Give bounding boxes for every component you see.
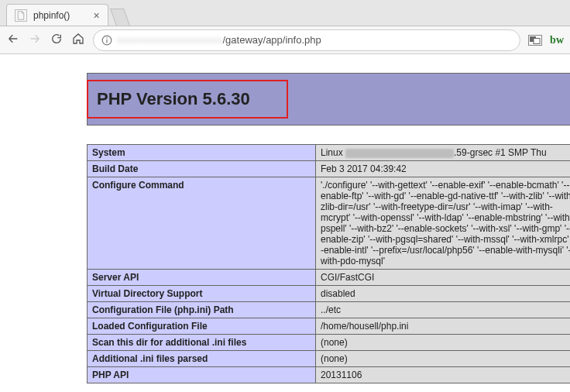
extension-icon[interactable]: bw — [550, 34, 564, 46]
table-row: Loaded Configuration File/home/housell/p… — [88, 318, 571, 335]
browser-window: phpinfo() × xxxxxxxxxxxxxxxxxxxxx /gatew… — [0, 0, 570, 383]
svg-rect-2 — [106, 39, 107, 43]
row-key: Scan this dir for additional .ini files — [88, 335, 316, 351]
row-value: CGI/FastCGI — [316, 270, 571, 286]
table-row: Server APICGI/FastCGI — [88, 270, 571, 286]
row-value: ../etc — [316, 302, 571, 318]
row-key: Configuration File (php.ini) Path — [88, 302, 316, 318]
tab-bar: phpinfo() × — [0, 0, 570, 26]
address-bar[interactable]: xxxxxxxxxxxxxxxxxxxxx /gateway/app/info.… — [93, 29, 520, 51]
table-row: Additional .ini files parsed(none) — [88, 351, 571, 367]
row-value: Linux .59-grsec #1 SMP Thu — [316, 145, 571, 161]
row-key: Server API — [88, 270, 316, 286]
row-value: (none) — [316, 335, 571, 351]
browser-toolbar: xxxxxxxxxxxxxxxxxxxxx /gateway/app/info.… — [0, 26, 570, 54]
table-row: PHP API20131106 — [88, 367, 571, 383]
translate-icon[interactable] — [528, 35, 542, 46]
row-value: Feb 3 2017 04:39:42 — [316, 161, 571, 177]
row-key: System — [88, 145, 316, 161]
redacted-text — [345, 149, 454, 158]
table-row: Virtual Directory Supportdisabled — [88, 286, 571, 302]
phpinfo-table: SystemLinux .59-grsec #1 SMP ThuBuild Da… — [87, 144, 570, 383]
table-row: Build DateFeb 3 2017 04:39:42 — [88, 161, 571, 177]
row-key: PHP API — [88, 367, 316, 383]
table-row: SystemLinux .59-grsec #1 SMP Thu — [88, 145, 571, 161]
page-content: PHP Version 5.6.30 SystemLinux .59-grsec… — [0, 54, 570, 383]
tab-title: phpinfo() — [33, 10, 70, 21]
svg-point-1 — [106, 37, 108, 39]
row-value: 20131106 — [316, 367, 571, 383]
home-button[interactable] — [71, 33, 85, 48]
file-icon — [15, 9, 27, 22]
url-path: /gateway/app/info.php — [223, 34, 321, 46]
forward-button[interactable] — [28, 33, 42, 48]
table-row: Scan this dir for additional .ini files(… — [88, 335, 571, 351]
row-key: Virtual Directory Support — [88, 286, 316, 302]
back-button[interactable] — [6, 33, 20, 48]
row-key: Additional .ini files parsed — [88, 351, 316, 367]
reload-button[interactable] — [50, 33, 64, 48]
table-row: Configuration File (php.ini) Path../etc — [88, 302, 571, 318]
svg-rect-4 — [534, 38, 540, 43]
table-row: Configure Command'./configure' '--with-g… — [88, 177, 571, 270]
row-key: Build Date — [88, 161, 316, 177]
site-info-icon[interactable] — [101, 35, 112, 46]
browser-tab[interactable]: phpinfo() × — [6, 4, 108, 26]
toolbar-right: bw — [528, 34, 564, 46]
row-value: './configure' '--with-gettext' '--enable… — [316, 177, 571, 270]
annotation-highlight — [87, 80, 288, 119]
row-key: Configure Command — [88, 177, 316, 270]
row-key: Loaded Configuration File — [88, 318, 316, 335]
url-host-blurred: xxxxxxxxxxxxxxxxxxxxx — [117, 34, 223, 46]
row-value: disabled — [316, 286, 571, 302]
row-value: /home/housell/php.ini — [316, 318, 571, 335]
new-tab-button[interactable] — [110, 9, 130, 26]
php-version-banner: PHP Version 5.6.30 — [87, 73, 570, 126]
row-value: (none) — [316, 351, 571, 367]
close-icon[interactable]: × — [93, 9, 99, 22]
